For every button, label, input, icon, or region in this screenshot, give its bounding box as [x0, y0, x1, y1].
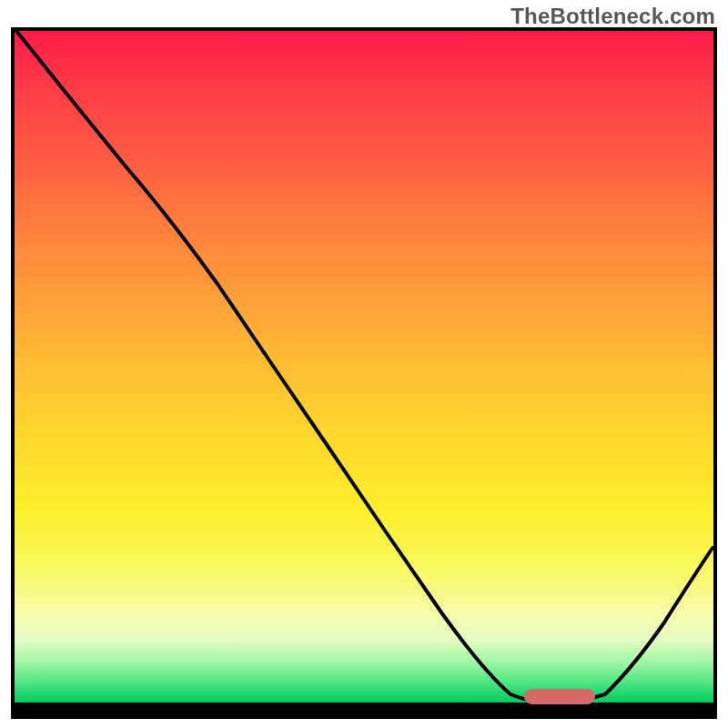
optimal-region-marker: [524, 689, 595, 704]
chart-frame: [11, 27, 717, 719]
attribution-text: TheBottleneck.com: [511, 4, 715, 29]
heat-gradient-background: [15, 31, 713, 715]
